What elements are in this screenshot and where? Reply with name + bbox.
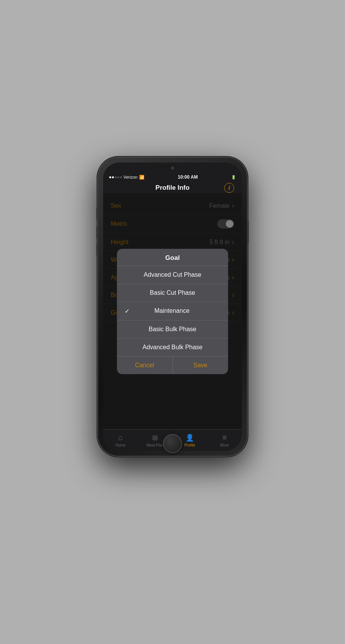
home-icon: ⌂ — [118, 433, 123, 442]
modal-title: Goal — [165, 254, 180, 261]
status-bar: Verizon 📶 10:00 AM 🔋 — [103, 173, 242, 181]
modal-header: Goal — [117, 249, 228, 266]
screen-content: Profile Info i Sex Female › — [103, 181, 242, 451]
phone-camera — [171, 166, 174, 169]
signal-dots — [109, 176, 122, 178]
option-basic-cut[interactable]: Basic Cut Phase — [117, 284, 228, 302]
option-basic-bulk[interactable]: Basic Bulk Phase — [117, 320, 228, 338]
signal-dot-2 — [112, 176, 114, 178]
app-content-area: Sex Female › Metric Height — [103, 193, 242, 429]
status-time: 10:00 AM — [178, 174, 198, 180]
wifi-icon: 📶 — [139, 175, 145, 180]
info-button[interactable]: i — [224, 183, 234, 193]
meal-plan-icon: ⊞ — [152, 434, 158, 442]
signal-dot-4 — [117, 176, 119, 178]
tab-more[interactable]: ≡ More — [207, 433, 242, 447]
option-label-advanced-cut: Advanced Cut Phase — [125, 271, 220, 278]
modal-actions: Cancel Save — [117, 356, 228, 374]
tab-label-more: More — [220, 443, 229, 447]
modal-options-list: Advanced Cut Phase Basic Cut Phase ✓ Mai… — [117, 266, 228, 356]
carrier-name: Verizon — [123, 175, 138, 179]
more-icon: ≡ — [222, 433, 227, 442]
phone-device: Verizon 📶 10:00 AM 🔋 Profile Info i — [98, 157, 247, 456]
goal-modal: Goal Advanced Cut Phase Basic Cut Phase … — [117, 249, 228, 374]
option-maintenance[interactable]: ✓ Maintenance — [117, 302, 228, 320]
cancel-button[interactable]: Cancel — [117, 356, 173, 374]
battery-indicator: 🔋 — [231, 175, 236, 179]
save-button[interactable]: Save — [173, 356, 228, 374]
option-label-basic-cut: Basic Cut Phase — [125, 289, 220, 296]
signal-dot-3 — [115, 176, 117, 178]
option-label-basic-bulk: Basic Bulk Phase — [125, 326, 220, 333]
phone-top-notch — [103, 163, 242, 173]
tab-label-profile: Profile — [184, 443, 195, 447]
option-advanced-bulk[interactable]: Advanced Bulk Phase — [117, 338, 228, 356]
modal-overlay: Goal Advanced Cut Phase Basic Cut Phase … — [103, 193, 242, 429]
tab-home[interactable]: ⌂ Home — [103, 433, 138, 447]
page-title: Profile Info — [156, 184, 190, 192]
tab-label-home: Home — [115, 443, 126, 447]
status-battery: 🔋 — [231, 175, 236, 179]
tab-label-meal-plan: Meal Plan — [147, 443, 164, 447]
phone-screen: Verizon 📶 10:00 AM 🔋 Profile Info i — [103, 163, 242, 451]
status-carrier: Verizon 📶 — [109, 175, 145, 180]
profile-icon: 👤 — [186, 434, 194, 442]
option-label-maintenance: Maintenance — [123, 307, 220, 314]
signal-dot-5 — [120, 176, 122, 178]
navigation-bar: Profile Info i — [103, 181, 242, 193]
signal-dot-1 — [109, 176, 111, 178]
option-label-advanced-bulk: Advanced Bulk Phase — [125, 344, 220, 351]
option-advanced-cut[interactable]: Advanced Cut Phase — [117, 266, 228, 284]
home-button[interactable] — [163, 434, 182, 453]
